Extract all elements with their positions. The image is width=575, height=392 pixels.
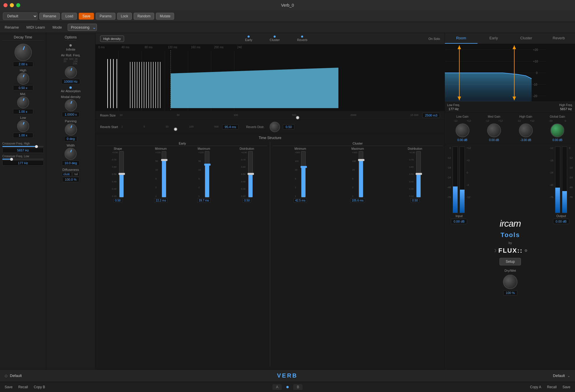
width-knob[interactable] <box>64 148 77 160</box>
output-value[interactable]: 0.00 dB <box>553 219 569 224</box>
shape-slider-thumb[interactable] <box>119 173 125 175</box>
vu-right-meters: -12 -18 -24 -48 -76 <box>550 147 573 213</box>
early-min-thumb[interactable] <box>161 159 167 161</box>
maximize-button[interactable] <box>16 3 20 7</box>
close-button[interactable] <box>3 3 8 7</box>
decay-main-knob[interactable] <box>14 44 32 61</box>
room-size-value[interactable]: 2500 m3 <box>422 113 440 118</box>
rscale-right-n48: -48 <box>569 186 573 189</box>
high-gain-value[interactable]: -3.00 dB <box>520 138 531 142</box>
decay-main-value[interactable]: 2.00 s <box>13 62 33 67</box>
footer-copy-a-button[interactable]: Copy A <box>530 385 541 389</box>
decay-mid-value[interactable]: 1.00 x <box>13 109 33 114</box>
cluster-min-thumb[interactable] <box>301 166 307 168</box>
vu-output-r <box>562 147 567 213</box>
cluster-dist-slider-track[interactable] <box>416 151 421 197</box>
reverb-distr-knob[interactable] <box>270 122 280 132</box>
diffuseness-label: Diffuseness <box>62 168 79 171</box>
diffuseness-value[interactable]: 100.0 % <box>62 177 79 182</box>
tab-room[interactable]: Room <box>445 33 478 44</box>
early-max-thumb[interactable] <box>204 164 211 166</box>
minimize-button[interactable] <box>10 3 14 7</box>
modal-density-knob[interactable] <box>65 99 77 111</box>
decay-low-knob[interactable] <box>17 120 29 132</box>
tab-cluster[interactable]: Cluster <box>510 33 543 44</box>
med-gain-value[interactable]: 0.00 dB <box>489 138 499 142</box>
bottom-left-preset-name[interactable]: Default <box>10 373 22 378</box>
setup-button[interactable]: Setup <box>500 258 521 265</box>
decay-high-value[interactable]: 0.50 x <box>13 85 33 90</box>
cluster-min-slider-track[interactable] <box>301 151 306 197</box>
vu-output-l-fill <box>555 188 560 213</box>
ts-cluster-max-label: Maximum <box>351 147 364 150</box>
params-button[interactable]: Params <box>96 13 115 20</box>
drywet-knob[interactable] <box>503 275 517 289</box>
tab-early[interactable]: Early <box>478 33 510 44</box>
footer-save-r-button[interactable]: Save <box>563 385 570 389</box>
mutate-button[interactable]: Mutate <box>156 13 174 20</box>
bottom-right-preset-name[interactable]: Default <box>553 373 565 378</box>
decay-mid-knob[interactable] <box>17 96 29 108</box>
high-gain-knob[interactable] <box>519 123 533 137</box>
reverb-svg <box>95 45 445 111</box>
tab-reverb[interactable]: Reverb <box>543 33 575 44</box>
lock-button[interactable]: Lock <box>117 13 132 20</box>
drywet-value[interactable]: 100 % <box>503 290 517 295</box>
air-roll-freq-value[interactable]: 10000 Hz <box>61 79 80 84</box>
modal-density-value[interactable]: 1.0000 x <box>62 112 79 117</box>
early-dist-thumb[interactable] <box>248 173 254 175</box>
scale-2000: 2000 <box>351 114 356 117</box>
footer-recall-r-button[interactable]: Recall <box>547 385 556 389</box>
footer-copy-b-button[interactable]: Copy B <box>34 385 45 389</box>
save-button[interactable]: Save <box>79 13 94 20</box>
global-gain-value[interactable]: 0.00 dB <box>552 138 562 142</box>
early-dist-slider-track[interactable] <box>248 151 253 197</box>
rename-button[interactable]: Rename <box>39 13 60 20</box>
diffuseness-tail[interactable]: tail <box>73 172 80 176</box>
reverb-start-value[interactable]: 95.4 ms <box>222 124 239 130</box>
shape-mark-050: 0.50 <box>112 173 118 175</box>
viz-tab-early[interactable]: Early <box>245 36 252 42</box>
med-gain-knob[interactable] <box>487 123 501 137</box>
high-density-button[interactable]: High density <box>100 36 124 42</box>
input-value[interactable]: 0.00 dB <box>451 219 467 224</box>
cluster-max-slider-track[interactable] <box>359 151 363 197</box>
reverb-distr-value[interactable]: 0.50 <box>283 124 294 130</box>
random-button[interactable]: Random <box>134 13 154 20</box>
ircam-brand-row: ircam <box>500 218 521 229</box>
decay-low-value[interactable]: 1.00 x <box>13 133 33 138</box>
crossover-high-value[interactable]: 5657 Hz <box>2 148 44 153</box>
air-roll-freq-knob[interactable] <box>65 66 77 78</box>
rename-mode-button[interactable]: Rename <box>3 24 21 31</box>
footer-recall-button[interactable]: Recall <box>18 385 28 389</box>
footer-save-button[interactable]: Save <box>5 385 12 389</box>
a-button[interactable]: A <box>272 384 282 390</box>
low-gain-value[interactable]: 0.00 dB <box>458 138 467 142</box>
b-button[interactable]: B <box>293 384 303 390</box>
load-button[interactable]: Load <box>62 13 77 20</box>
global-gain-knob[interactable] <box>550 123 564 137</box>
low-gain-knob[interactable] <box>456 123 469 137</box>
gear-icon[interactable]: ⚙ <box>524 249 528 253</box>
viz-tab-reverb[interactable]: Reverb <box>297 36 307 42</box>
ts-cluster-title: Cluster <box>272 142 443 146</box>
cluster-max-thumb[interactable] <box>358 159 364 161</box>
crossover-low-value[interactable]: 177 Hz <box>2 160 44 166</box>
panning-knob[interactable] <box>65 123 77 136</box>
midi-learn-button[interactable]: MIDI Learn <box>25 24 47 31</box>
early-max-slider-track[interactable] <box>205 151 209 197</box>
early-min-slider-track[interactable] <box>162 151 166 197</box>
decay-high-knob[interactable] <box>17 73 29 85</box>
diffuseness-clust[interactable]: clust. <box>62 172 71 176</box>
mode-select[interactable]: Processing <box>68 24 97 31</box>
low-freq-value[interactable]: 177 Hz <box>449 107 459 111</box>
width-value[interactable]: 10.0 deg <box>62 160 80 166</box>
footer-center: A B <box>272 384 303 390</box>
high-freq-value[interactable]: 5657 Hz <box>560 107 572 111</box>
cluster-dist-thumb[interactable] <box>416 173 422 175</box>
panning-value[interactable]: 0 deg <box>64 136 78 141</box>
shape-slider-track[interactable] <box>119 151 124 197</box>
viz-tab-cluster[interactable]: Cluster <box>270 36 280 42</box>
rscale-mark-n24: -24 <box>550 171 553 174</box>
preset-dropdown[interactable]: Default <box>3 12 38 20</box>
